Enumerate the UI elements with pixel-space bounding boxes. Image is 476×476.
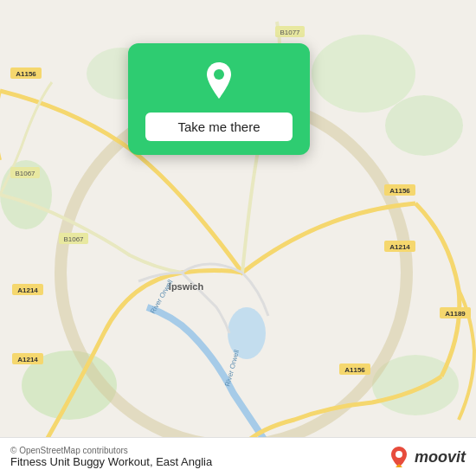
svg-text:B1067: B1067	[15, 170, 35, 177]
take-me-there-button[interactable]: Take me there	[145, 113, 293, 141]
location-pin-icon	[196, 59, 241, 104]
svg-text:B1077: B1077	[280, 29, 300, 36]
moovit-logo: moovit	[387, 445, 466, 469]
map-container: A1156 B1077 A1156 A1214 A1189 A1156 A121…	[0, 0, 476, 476]
svg-point-1	[312, 35, 415, 113]
svg-text:A1214: A1214	[389, 243, 410, 251]
moovit-text: moovit	[415, 448, 466, 466]
moovit-pin-icon	[387, 445, 411, 469]
location-title: Fitness Unit Buggy Workout, East Anglia	[10, 455, 212, 468]
svg-point-34	[396, 451, 402, 458]
svg-point-33	[214, 69, 224, 80]
svg-point-2	[385, 95, 463, 156]
svg-text:A1156: A1156	[16, 70, 36, 78]
svg-text:A1214: A1214	[17, 356, 38, 363]
bottom-bar-left: © OpenStreetMap contributors Fitness Uni…	[10, 446, 212, 468]
copyright-text: © OpenStreetMap contributors	[10, 446, 212, 455]
svg-text:A1189: A1189	[445, 310, 466, 318]
location-card: Take me there	[128, 43, 310, 155]
svg-text:A1156: A1156	[344, 366, 365, 374]
svg-text:A1156: A1156	[389, 187, 410, 195]
bottom-bar: © OpenStreetMap contributors Fitness Uni…	[0, 437, 476, 476]
svg-text:B1067: B1067	[63, 235, 84, 243]
svg-text:A1214: A1214	[17, 286, 38, 294]
